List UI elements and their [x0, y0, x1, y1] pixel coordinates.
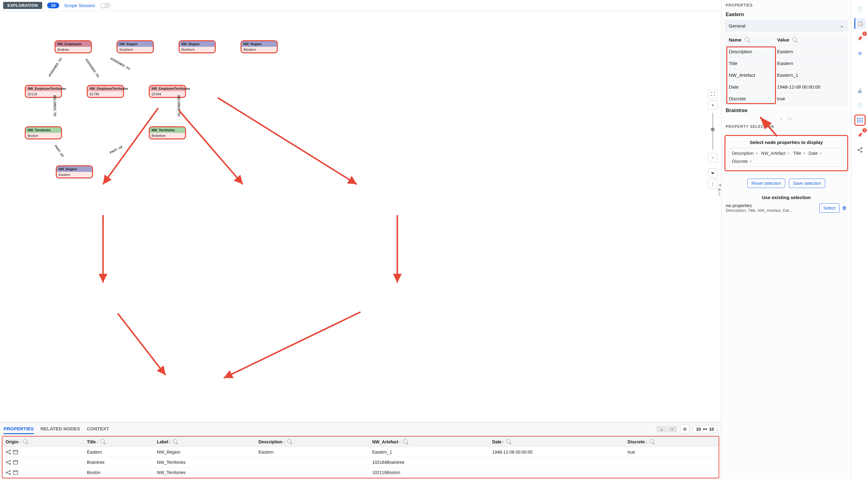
svg-point-32 [857, 120, 858, 121]
svg-rect-26 [13, 471, 18, 474]
panel-up-icon[interactable]: ▲ [657, 426, 666, 432]
search-icon[interactable] [173, 439, 177, 443]
scope-toggle[interactable] [100, 3, 111, 8]
pin-icon[interactable]: 📌3 [855, 33, 866, 44]
search-icon[interactable] [649, 439, 654, 443]
graph-icon[interactable] [6, 460, 11, 465]
tab-properties[interactable]: PROPERTIES [4, 424, 34, 434]
drag-handle-icon[interactable] [787, 118, 793, 119]
col-origin[interactable]: Origin▲▼ [2, 437, 84, 447]
node-territory-braintree[interactable]: NW_Territories Braintree [149, 126, 186, 139]
svg-line-25 [7, 473, 9, 474]
node-et2[interactable]: NW_EmployeeTerritories 01730 [87, 85, 124, 98]
search-icon[interactable] [506, 439, 510, 443]
search-icon[interactable] [287, 439, 291, 443]
card-icon[interactable] [13, 450, 18, 454]
table-row[interactable]: BraintreeNW_Territories102184Braintree [2, 457, 719, 468]
remove-icon[interactable]: × [803, 151, 805, 156]
table-row[interactable]: BostonNW_Territories102116Boston [2, 468, 719, 478]
col-title[interactable]: Title▲▼ [84, 437, 154, 447]
fullscreen-icon[interactable]: ⛶ [708, 89, 717, 99]
pin-icon[interactable]: 📌3 [855, 129, 866, 141]
entity-name-2: Braintree [721, 106, 851, 116]
node-value: 01730 [88, 91, 123, 97]
layout-tree-icon[interactable]: ⏷ [708, 168, 717, 178]
node-et1[interactable]: NW_EmployeeTerritories 02116 [25, 85, 62, 98]
node-value: Eastern [57, 172, 92, 177]
node-region-southern[interactable]: NW_Region Southern [117, 40, 154, 53]
svg-point-21 [6, 472, 7, 473]
edge-label: ASSIGNED_TO [110, 57, 130, 71]
node-value: Northern [180, 47, 215, 52]
selected-properties[interactable]: Description ×NW_Artefact ×Title ×Date ×D… [729, 148, 843, 167]
graph-icon[interactable] [6, 470, 11, 475]
settings-icon[interactable]: ⚙ [680, 424, 689, 434]
col-date[interactable]: Date▲▼ [489, 437, 625, 447]
svg-rect-12 [13, 450, 18, 454]
scope-session-link[interactable]: Scope Session [64, 3, 95, 8]
svg-point-23 [9, 473, 10, 475]
search-icon[interactable] [793, 37, 797, 41]
search-icon[interactable] [100, 439, 105, 443]
document-icon[interactable]: 📄 [855, 100, 866, 111]
svg-point-8 [9, 450, 10, 451]
col-label[interactable]: Label▲▼ [154, 437, 255, 447]
more-icon[interactable]: ⋮ [708, 180, 717, 189]
property-tag[interactable]: Discrete × [732, 159, 752, 164]
graph-canvas[interactable]: NW_Employees Andrew NW_Region Southern N… [0, 11, 721, 422]
zoom-out-button[interactable]: − [708, 153, 717, 162]
property-tag[interactable]: Description × [732, 151, 758, 156]
property-row: Date1948-12-08 00:00:00 [724, 81, 848, 93]
svg-point-15 [9, 460, 10, 461]
share-icon[interactable] [855, 144, 866, 156]
search-icon[interactable] [745, 37, 749, 41]
svg-point-14 [6, 461, 7, 463]
search-icon[interactable] [403, 439, 407, 443]
node-employee[interactable]: NW_Employees Andrew [55, 40, 92, 53]
node-value: Andrew [56, 47, 91, 52]
chevron-down-icon[interactable]: ▼ [780, 117, 783, 121]
node-et3[interactable]: NW_EmployeeTerritories 02184 [149, 85, 186, 98]
col-artefact[interactable]: NW_Artefact▲▼ [369, 437, 489, 447]
remove-icon[interactable]: × [787, 151, 790, 156]
remove-icon[interactable]: × [819, 151, 822, 156]
graph-icon[interactable] [6, 450, 11, 454]
svg-line-0 [103, 108, 158, 184]
zoom-in-button[interactable]: + [708, 100, 717, 110]
search-icon[interactable] [23, 439, 27, 443]
node-type: NW_Region [118, 41, 153, 47]
edge-label: BELONGS_TO [177, 95, 180, 116]
panel-down-icon[interactable]: ▼ [667, 426, 677, 432]
card-icon[interactable] [13, 460, 18, 465]
tab-context[interactable]: CONTEXT [87, 424, 109, 434]
bottom-panel: PROPERTIES RELATED NODES CONTEXT ▲ ▼ ⚙ 1… [0, 422, 721, 479]
trash-icon[interactable]: 🗑 [842, 205, 847, 211]
property-tag[interactable]: NW_Artefact × [761, 151, 790, 156]
col-discrete[interactable]: Discrete▲▼ [625, 437, 719, 447]
property-tag[interactable]: Title × [793, 151, 806, 156]
clipboard-icon[interactable]: 📋 [855, 18, 866, 29]
pagination-count: 10•••10 [692, 425, 717, 433]
node-region-northern[interactable]: NW_Region Northern [179, 40, 216, 53]
property-tag[interactable]: Date × [809, 151, 823, 156]
reset-selection-button[interactable]: Reset selection [747, 179, 785, 188]
node-type: NW_Region [180, 41, 215, 47]
remove-icon[interactable]: × [750, 159, 752, 164]
property-row: Discretetrue [724, 93, 848, 105]
node-territory-boston[interactable]: NW_Territories Boston [25, 126, 62, 139]
node-region-western[interactable]: NW_Region Western [241, 40, 278, 53]
node-region-eastern[interactable]: NW_Region Eastern [56, 165, 93, 178]
accordion-general[interactable]: General ⌄ [724, 20, 848, 32]
table-row[interactable]: EasternNW_RegionEasternEastern_11948-12-… [2, 447, 719, 457]
select-saved-button[interactable]: Select [819, 203, 839, 213]
document-icon[interactable]: 📄 [855, 3, 866, 14]
inspect-icon[interactable]: 🔬 [855, 85, 866, 96]
save-selection-button[interactable]: Save selection [789, 179, 825, 188]
col-description[interactable]: Description▲▼ [255, 437, 369, 447]
copy-icon[interactable]: ⧉ [855, 48, 866, 59]
zoom-slider[interactable] [712, 113, 713, 150]
card-icon[interactable] [13, 470, 18, 475]
tab-related-nodes[interactable]: RELATED NODES [41, 424, 80, 434]
remove-icon[interactable]: × [755, 151, 758, 156]
list-icon[interactable] [855, 114, 866, 126]
